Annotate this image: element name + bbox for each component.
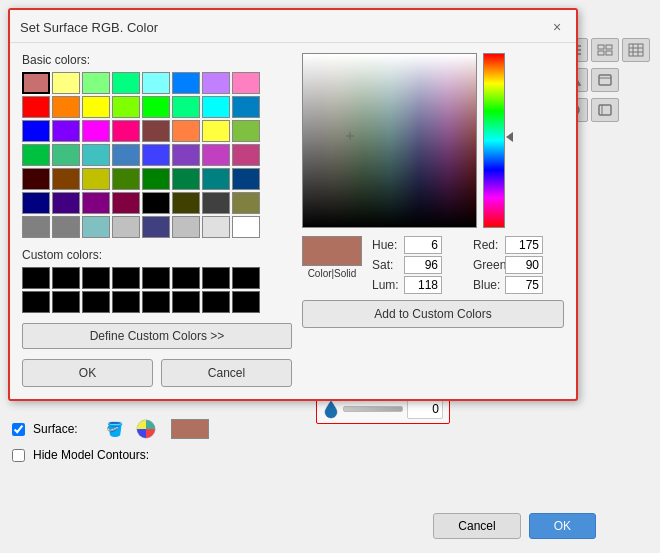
custom-color-swatch[interactable] <box>112 291 140 313</box>
green-input[interactable] <box>505 256 543 274</box>
basic-color-swatch[interactable] <box>52 144 80 166</box>
custom-color-swatch[interactable] <box>142 291 170 313</box>
basic-color-swatch[interactable] <box>52 168 80 190</box>
basic-color-swatch[interactable] <box>82 96 110 118</box>
basic-color-swatch[interactable] <box>52 192 80 214</box>
basic-color-swatch[interactable] <box>202 168 230 190</box>
basic-color-swatch[interactable] <box>172 144 200 166</box>
basic-color-swatch[interactable] <box>52 216 80 238</box>
custom-color-swatch[interactable] <box>82 291 110 313</box>
basic-color-swatch[interactable] <box>82 120 110 142</box>
hue-input[interactable] <box>404 236 442 254</box>
basic-color-swatch[interactable] <box>142 96 170 118</box>
custom-color-swatch[interactable] <box>112 267 140 289</box>
basic-color-swatch[interactable] <box>82 216 110 238</box>
sat-input[interactable] <box>404 256 442 274</box>
add-custom-colors-button[interactable]: Add to Custom Colors <box>302 300 564 328</box>
gradient-canvas[interactable] <box>303 54 476 227</box>
main-ok-button[interactable]: OK <box>529 513 596 539</box>
custom-color-swatch[interactable] <box>52 267 80 289</box>
basic-color-swatch[interactable] <box>142 72 170 94</box>
color-picker-area <box>302 53 564 228</box>
basic-color-swatch[interactable] <box>142 144 170 166</box>
svg-rect-5 <box>598 51 604 55</box>
basic-color-swatch[interactable] <box>232 192 260 214</box>
blue-input[interactable] <box>505 276 543 294</box>
basic-color-swatch[interactable] <box>232 216 260 238</box>
basic-color-swatch[interactable] <box>142 120 170 142</box>
custom-color-swatch[interactable] <box>202 267 230 289</box>
basic-color-swatch[interactable] <box>142 168 170 190</box>
basic-color-swatch[interactable] <box>142 216 170 238</box>
surface-checkbox[interactable] <box>12 423 25 436</box>
toolbar-icon-3[interactable] <box>622 38 650 62</box>
basic-color-swatch[interactable] <box>112 192 140 214</box>
basic-color-swatch[interactable] <box>112 96 140 118</box>
custom-color-swatch[interactable] <box>82 267 110 289</box>
basic-color-swatch[interactable] <box>172 120 200 142</box>
dialog-ok-button[interactable]: OK <box>22 359 153 387</box>
basic-color-swatch[interactable] <box>232 96 260 118</box>
basic-color-swatch[interactable] <box>232 72 260 94</box>
basic-color-swatch[interactable] <box>52 96 80 118</box>
close-button[interactable]: × <box>548 18 566 36</box>
toolbar-icon-5[interactable] <box>591 68 619 92</box>
basic-color-swatch[interactable] <box>22 96 50 118</box>
custom-color-swatch[interactable] <box>142 267 170 289</box>
basic-color-swatch[interactable] <box>22 216 50 238</box>
custom-color-swatch[interactable] <box>172 291 200 313</box>
custom-color-swatch[interactable] <box>232 291 260 313</box>
basic-color-swatch[interactable] <box>172 168 200 190</box>
basic-color-swatch[interactable] <box>202 216 230 238</box>
basic-color-swatch[interactable] <box>172 96 200 118</box>
basic-color-swatch[interactable] <box>112 72 140 94</box>
basic-color-swatch[interactable] <box>202 144 230 166</box>
basic-color-swatch[interactable] <box>202 192 230 214</box>
basic-color-swatch[interactable] <box>232 144 260 166</box>
basic-color-swatch[interactable] <box>112 216 140 238</box>
red-input[interactable] <box>505 236 543 254</box>
color-gradient[interactable] <box>302 53 477 228</box>
basic-color-swatch[interactable] <box>202 96 230 118</box>
hue-slider[interactable] <box>483 53 505 228</box>
basic-color-swatch[interactable] <box>112 120 140 142</box>
transmittance-slider[interactable] <box>343 406 403 412</box>
color-preview: Color|Solid <box>302 236 362 291</box>
custom-color-swatch[interactable] <box>202 291 230 313</box>
toolbar-icon-7[interactable] <box>591 98 619 122</box>
basic-color-swatch[interactable] <box>82 192 110 214</box>
basic-color-swatch[interactable] <box>52 72 80 94</box>
custom-color-swatch[interactable] <box>232 267 260 289</box>
basic-color-swatch[interactable] <box>82 144 110 166</box>
main-cancel-button[interactable]: Cancel <box>433 513 520 539</box>
basic-color-swatch[interactable] <box>232 168 260 190</box>
custom-color-swatch[interactable] <box>22 267 50 289</box>
color-preview-label: Color|Solid <box>302 268 362 279</box>
custom-color-swatch[interactable] <box>52 291 80 313</box>
toolbar-icon-2[interactable] <box>591 38 619 62</box>
basic-color-swatch[interactable] <box>22 192 50 214</box>
basic-color-swatch[interactable] <box>82 168 110 190</box>
lum-input[interactable] <box>404 276 442 294</box>
basic-color-swatch[interactable] <box>22 144 50 166</box>
define-custom-button[interactable]: Define Custom Colors >> <box>22 323 292 349</box>
basic-color-swatch[interactable] <box>232 120 260 142</box>
custom-color-swatch[interactable] <box>22 291 50 313</box>
basic-color-swatch[interactable] <box>172 192 200 214</box>
basic-color-swatch[interactable] <box>172 72 200 94</box>
basic-color-swatch[interactable] <box>22 168 50 190</box>
custom-color-swatch[interactable] <box>172 267 200 289</box>
basic-color-swatch[interactable] <box>112 144 140 166</box>
basic-color-swatch[interactable] <box>22 120 50 142</box>
basic-color-swatch[interactable] <box>142 192 170 214</box>
basic-color-swatch[interactable] <box>112 168 140 190</box>
transmittance-input[interactable] <box>407 399 443 419</box>
basic-color-swatch[interactable] <box>22 72 50 94</box>
basic-color-swatch[interactable] <box>202 72 230 94</box>
basic-color-swatch[interactable] <box>52 120 80 142</box>
basic-color-swatch[interactable] <box>202 120 230 142</box>
hide-contours-checkbox[interactable] <box>12 449 25 462</box>
dialog-cancel-button[interactable]: Cancel <box>161 359 292 387</box>
basic-color-swatch[interactable] <box>172 216 200 238</box>
basic-color-swatch[interactable] <box>82 72 110 94</box>
